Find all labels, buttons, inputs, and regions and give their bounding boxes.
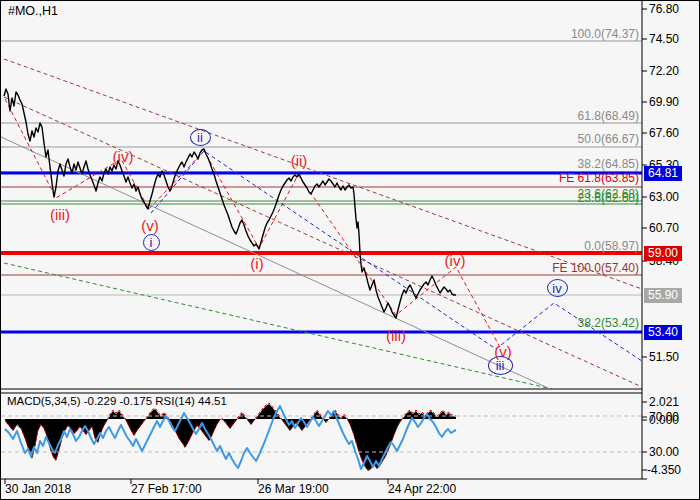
mt4-chart-window: #MO.,H1 MACD(5,34,5) -0.229 -0.175 RSI(1… [0, 0, 700, 500]
time-axis[interactable] [1, 480, 642, 500]
price-chart-area[interactable] [1, 1, 642, 389]
price-axis[interactable] [643, 1, 700, 479]
indicator-panel-area[interactable] [1, 393, 642, 479]
